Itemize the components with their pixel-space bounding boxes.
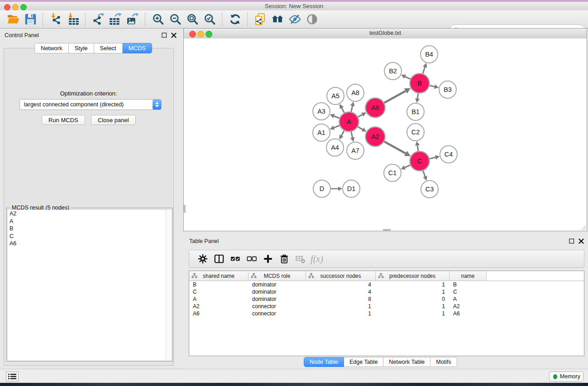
column-header-shared-name[interactable]: shared name bbox=[189, 271, 249, 281]
table-cell[interactable]: A2 bbox=[189, 303, 249, 310]
table-cell[interactable]: 1 bbox=[376, 310, 449, 317]
table-cell[interactable]: dominator bbox=[249, 281, 306, 288]
graph-edge-C-C4[interactable] bbox=[430, 157, 435, 159]
table-row[interactable]: Adominator80A bbox=[189, 295, 584, 303]
zoom-fit-button[interactable] bbox=[185, 12, 200, 27]
control-panel-close-panel-icon[interactable] bbox=[171, 33, 177, 38]
duplicate-network-button[interactable] bbox=[253, 12, 268, 27]
table-cell[interactable]: C bbox=[189, 289, 249, 295]
network-canvas[interactable]: B4B2BB3A5A8A6B1A3AC2A1A2A4A7C4CC1C3DD1 bbox=[184, 38, 587, 231]
table-cell[interactable]: A bbox=[189, 296, 249, 302]
panel-chooser-button[interactable] bbox=[6, 372, 19, 381]
mcds-result-item[interactable]: C bbox=[8, 233, 166, 240]
table-cell[interactable]: connector bbox=[249, 310, 306, 317]
graph-edge-A-A7[interactable] bbox=[351, 132, 353, 138]
table-cell[interactable]: 8 bbox=[306, 296, 376, 302]
show-all-columns-button[interactable] bbox=[227, 252, 244, 266]
table-cell[interactable]: A6 bbox=[189, 310, 249, 317]
table-row[interactable]: A2connector11A2 bbox=[189, 303, 584, 310]
zoom-selected-button[interactable] bbox=[202, 12, 217, 27]
graph-edge-A-A6[interactable] bbox=[358, 114, 363, 117]
graph-edge-A-A8[interactable] bbox=[351, 106, 353, 112]
horizontal-scrollbar-thumb[interactable] bbox=[383, 229, 391, 231]
table-cell[interactable]: 4 bbox=[306, 281, 376, 288]
table-cell[interactable]: B bbox=[189, 281, 249, 288]
graph-edge-A-A3[interactable] bbox=[334, 116, 339, 118]
tab-select[interactable]: Select bbox=[94, 43, 123, 53]
hide-graphics-details-button[interactable] bbox=[287, 12, 302, 27]
network-window-titlebar[interactable]: testGlobe.txt bbox=[184, 29, 587, 39]
export-network-button[interactable] bbox=[91, 12, 106, 27]
table-row[interactable]: Cdominator41C bbox=[189, 288, 584, 295]
column-header-name[interactable]: name bbox=[449, 271, 487, 281]
export-image-button[interactable] bbox=[125, 12, 140, 27]
table-cell[interactable]: 1 bbox=[306, 310, 376, 317]
column-header-MCDS-role[interactable]: MCDS role bbox=[249, 271, 306, 281]
table-cell[interactable]: 1 bbox=[376, 289, 449, 295]
table-panel-float-panel-icon[interactable] bbox=[569, 238, 574, 244]
tab-node-table[interactable]: Node Table bbox=[304, 357, 344, 367]
column-header-successor-nodes[interactable]: successor nodes bbox=[306, 271, 376, 281]
split-columns-button[interactable] bbox=[211, 252, 227, 266]
run-mcds-button[interactable]: Run MCDS bbox=[42, 115, 85, 125]
table-cell[interactable]: B bbox=[449, 281, 487, 288]
table-cell[interactable]: dominator bbox=[249, 289, 306, 295]
resize-grip[interactable] bbox=[580, 224, 586, 230]
column-header-predecessor-nodes[interactable]: predecessor nodes bbox=[376, 271, 449, 281]
close-panel-button[interactable]: Close panel bbox=[91, 115, 136, 125]
graph-edge-B-B4[interactable] bbox=[423, 67, 425, 73]
memory-button[interactable]: Memory bbox=[549, 372, 583, 381]
table-cell[interactable]: 4 bbox=[306, 289, 376, 295]
tab-network-table[interactable]: Network Table bbox=[383, 357, 430, 367]
open-session-button[interactable] bbox=[5, 12, 21, 27]
tab-edge-table[interactable]: Edge Table bbox=[344, 357, 383, 367]
optimization-criterion-select[interactable]: largest connected component (directed) bbox=[19, 99, 162, 110]
show-graphics-details-button[interactable] bbox=[304, 12, 320, 27]
zoom-in-button[interactable] bbox=[150, 12, 166, 27]
table-cell[interactable]: 0 bbox=[376, 296, 449, 302]
import-table-button[interactable] bbox=[65, 12, 81, 27]
graph-edge-A-A5[interactable] bbox=[342, 108, 344, 113]
graph-edge-B-B1[interactable] bbox=[417, 93, 418, 98]
graph-edge-A-A4[interactable] bbox=[341, 131, 344, 136]
mcds-result-item[interactable]: A6 bbox=[8, 240, 166, 248]
mcds-result-item[interactable]: A2 bbox=[8, 210, 166, 218]
table-row[interactable]: A6connector11A6 bbox=[189, 310, 584, 317]
table-cell[interactable]: A6 bbox=[449, 310, 487, 317]
delete-columns-button[interactable] bbox=[276, 252, 292, 266]
graph-edge-A2-C[interactable] bbox=[384, 142, 406, 153]
table-panel-close-panel-icon[interactable] bbox=[578, 238, 584, 244]
table-cell[interactable]: dominator bbox=[249, 296, 306, 302]
table-cell[interactable]: connector bbox=[249, 303, 306, 310]
mcds-result-scrollbar[interactable] bbox=[166, 210, 172, 360]
graph-edge-A6-B[interactable] bbox=[384, 91, 406, 103]
graph-edge-B-B3[interactable] bbox=[430, 86, 435, 87]
graph-edge-B-B2[interactable] bbox=[405, 76, 411, 79]
graph-edge-C-C2[interactable] bbox=[417, 145, 418, 151]
graph-edge-A-A2[interactable] bbox=[358, 127, 363, 129]
table-cell[interactable]: A bbox=[449, 296, 487, 302]
table-cell[interactable]: 1 bbox=[376, 303, 449, 310]
tab-mcds[interactable]: MCDS bbox=[123, 43, 152, 53]
table-cell[interactable]: 1 bbox=[376, 281, 449, 288]
import-network-button[interactable] bbox=[48, 12, 63, 27]
table-cell[interactable]: 1 bbox=[306, 303, 376, 310]
refresh-layout-button[interactable] bbox=[227, 12, 243, 27]
table-cell[interactable]: C bbox=[449, 289, 487, 295]
table-settings-button[interactable] bbox=[195, 252, 211, 266]
table-cell[interactable]: A2 bbox=[449, 303, 487, 310]
graph-edge-A-A1[interactable] bbox=[334, 125, 339, 128]
graph-edge-C-C1[interactable] bbox=[405, 165, 410, 167]
network-overview-button[interactable] bbox=[270, 12, 285, 27]
mcds-result-item[interactable]: A bbox=[8, 218, 166, 225]
mcds-result-item[interactable]: B bbox=[8, 225, 166, 233]
tab-network[interactable]: Network bbox=[34, 43, 69, 53]
vertical-scrollbar-thumb[interactable] bbox=[184, 205, 186, 213]
zoom-out-button[interactable] bbox=[167, 12, 183, 27]
window-titlebar[interactable]: Session: New Session bbox=[0, 2, 588, 11]
tab-style[interactable]: Style bbox=[69, 43, 94, 53]
add-column-button[interactable] bbox=[260, 252, 276, 266]
tab-motifs[interactable]: Motifs bbox=[430, 357, 457, 367]
table-row[interactable]: Bdominator41B bbox=[189, 281, 584, 288]
hide-all-columns-button[interactable] bbox=[244, 252, 260, 266]
